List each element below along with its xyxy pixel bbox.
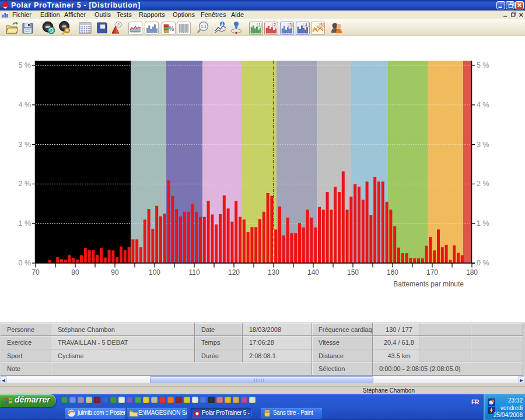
svg-text:4: 4	[305, 23, 307, 27]
svg-text:5 %: 5 %	[18, 61, 31, 69]
svg-text:Battements par minute: Battements par minute	[393, 280, 464, 288]
svg-text:2 %: 2 %	[18, 180, 31, 188]
svg-text:?: ?	[117, 23, 120, 27]
svg-text:130: 130	[268, 268, 279, 276]
svg-text:1: 1	[258, 23, 261, 27]
svg-text:3: 3	[289, 23, 292, 27]
svg-text:100: 100	[149, 268, 160, 276]
svg-text:5 %: 5 %	[477, 61, 489, 69]
svg-text:170: 170	[426, 268, 438, 276]
svg-text:2: 2	[274, 23, 276, 27]
svg-text:150: 150	[347, 268, 359, 276]
svg-text:2 %: 2 %	[477, 180, 489, 188]
svg-text:80: 80	[71, 268, 79, 276]
svg-text:120: 120	[228, 268, 240, 276]
svg-text:4 %: 4 %	[477, 101, 489, 109]
svg-text:3 %: 3 %	[477, 141, 489, 149]
svg-text:1 %: 1 %	[477, 219, 489, 228]
svg-text:140: 140	[307, 268, 319, 276]
svg-text:1 %: 1 %	[18, 219, 31, 228]
svg-text:0 %: 0 %	[18, 259, 31, 267]
svg-text:3 %: 3 %	[18, 141, 31, 149]
svg-text:%: %	[169, 26, 174, 32]
svg-text:4 %: 4 %	[18, 101, 31, 109]
svg-text:110: 110	[188, 268, 200, 276]
svg-text:70: 70	[32, 268, 40, 276]
svg-text:180: 180	[466, 268, 478, 276]
svg-text:90: 90	[111, 268, 119, 276]
svg-text:1:1: 1:1	[201, 24, 206, 29]
svg-text:5: 5	[320, 23, 323, 27]
svg-text:160: 160	[387, 268, 398, 276]
svg-text:0 %: 0 %	[477, 259, 489, 267]
